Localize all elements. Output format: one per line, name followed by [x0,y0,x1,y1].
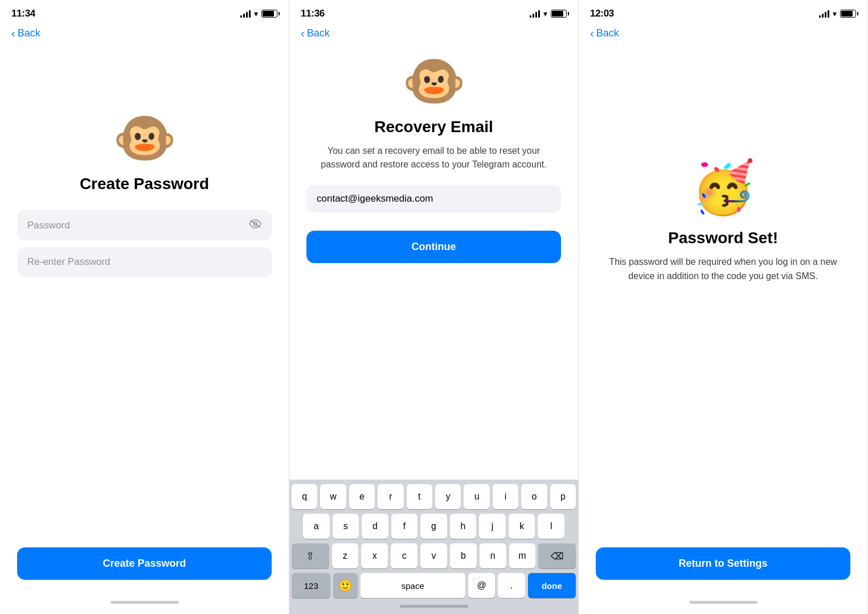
key-x[interactable]: x [361,543,388,568]
monkey-emoji-2: 🐵 [402,55,466,107]
key-shift[interactable]: ⇧ [292,543,329,568]
time-1: 11:34 [11,8,35,19]
wifi-icon-2: ▾ [543,9,547,18]
screen3-password-set: 12:03 ▾ ‹ Back 🥳 Password Set! This pass… [579,0,868,614]
key-o[interactable]: o [521,484,547,509]
signal-icon-2 [530,10,540,18]
key-backspace[interactable]: ⌫ [538,543,576,568]
wifi-icon-1: ▾ [254,9,258,18]
back-label-3: Back [596,27,619,39]
key-at[interactable]: @ [468,573,495,598]
key-123[interactable]: 123 [292,573,330,598]
signal-icon-1 [240,10,251,18]
screen3-body: 🥳 Password Set! This password will be re… [579,44,867,595]
keyboard-row-2: a s d f g h j k l [292,514,576,539]
keyboard: q w e r t y u i o p a s d f g h j k l ⇧ … [289,480,578,614]
continue-button[interactable]: Continue [306,231,561,263]
key-c[interactable]: c [391,543,417,568]
key-dot[interactable]: . [498,573,525,598]
key-emoji[interactable]: 🙂 [333,573,357,598]
back-button-2[interactable]: ‹ Back [289,25,578,44]
return-to-settings-button[interactable]: Return to Settings [596,547,850,580]
create-password-button[interactable]: Create Password [17,547,272,580]
status-icons-1: ▾ [240,9,277,18]
key-i[interactable]: i [493,484,518,509]
reenter-field-wrapper[interactable] [17,247,272,277]
status-icons-2: ▾ [530,9,567,18]
screen1-create-password: 11:34 ▾ ‹ Back 🐵 Create Password [0,0,289,614]
back-button-3[interactable]: ‹ Back [579,25,867,44]
back-chevron-icon-3: ‹ [590,27,594,39]
password-field-wrapper[interactable] [17,210,272,240]
status-icons-3: ▾ [819,9,856,18]
back-label-1: Back [18,27,40,39]
key-p[interactable]: p [550,484,576,509]
status-bar-3: 12:03 ▾ [579,0,867,25]
back-label-2: Back [307,27,330,39]
key-k[interactable]: k [509,514,535,539]
key-u[interactable]: u [464,484,489,509]
password-input[interactable] [27,220,226,231]
recovery-email-title: Recovery Email [374,118,493,136]
status-bar-2: 11:36 ▾ [289,0,578,25]
key-d[interactable]: d [362,514,388,539]
password-set-title: Password Set! [668,229,778,247]
return-btn-wrapper: Return to Settings [596,538,850,580]
key-e[interactable]: e [349,484,375,509]
home-indicator-3 [579,595,867,614]
key-b[interactable]: b [450,543,477,568]
screen1-body: 🐵 Create Password [0,44,289,595]
back-button-1[interactable]: ‹ Back [0,25,289,44]
key-q[interactable]: q [292,484,317,509]
battery-icon-2 [551,10,567,18]
eye-icon[interactable] [249,219,261,231]
email-input-wrapper[interactable] [306,185,561,212]
back-chevron-icon-2: ‹ [301,27,305,39]
battery-icon-1 [261,10,277,18]
wifi-icon-3: ▾ [833,9,837,18]
screen2-recovery-email: 11:36 ▾ ‹ Back 🐵 Recovery Email You can … [289,0,579,614]
key-done[interactable]: done [528,573,576,598]
recovery-email-desc: You can set a recovery email to be able … [306,144,561,171]
key-h[interactable]: h [450,514,477,539]
key-w[interactable]: w [320,484,346,509]
key-n[interactable]: n [480,543,506,568]
key-l[interactable]: l [538,514,564,539]
time-3: 12:03 [590,8,614,19]
email-input[interactable] [317,193,551,204]
key-j[interactable]: j [479,514,506,539]
key-t[interactable]: t [407,484,432,509]
reenter-password-input[interactable] [27,256,226,268]
key-f[interactable]: f [391,514,418,539]
home-indicator-2 [292,600,576,612]
back-chevron-icon-1: ‹ [11,27,15,39]
key-y[interactable]: y [435,484,461,509]
home-indicator-1 [0,595,289,614]
create-btn-wrapper: Create Password [17,538,272,580]
key-r[interactable]: r [378,484,403,509]
key-m[interactable]: m [509,543,536,568]
keyboard-row-1: q w e r t y u i o p [292,484,576,509]
key-a[interactable]: a [303,514,330,539]
monkey-emoji-1: 🐵 [113,112,177,163]
signal-icon-3 [819,10,829,18]
key-g[interactable]: g [420,514,447,539]
battery-icon-3 [840,10,856,18]
key-v[interactable]: v [420,543,447,568]
key-z[interactable]: z [332,543,359,568]
keyboard-bottom-row: 123 🙂 space @ . done [292,573,576,598]
key-s[interactable]: s [333,514,359,539]
status-bar-1: 11:34 ▾ [0,0,289,25]
password-set-desc: This password will be required when you … [596,255,850,284]
key-space[interactable]: space [361,573,465,598]
time-2: 11:36 [301,8,325,19]
keyboard-row-3: ⇧ z x c v b n m ⌫ [292,543,576,568]
party-emoji: 🥳 [691,158,755,218]
create-password-title: Create Password [80,175,209,193]
